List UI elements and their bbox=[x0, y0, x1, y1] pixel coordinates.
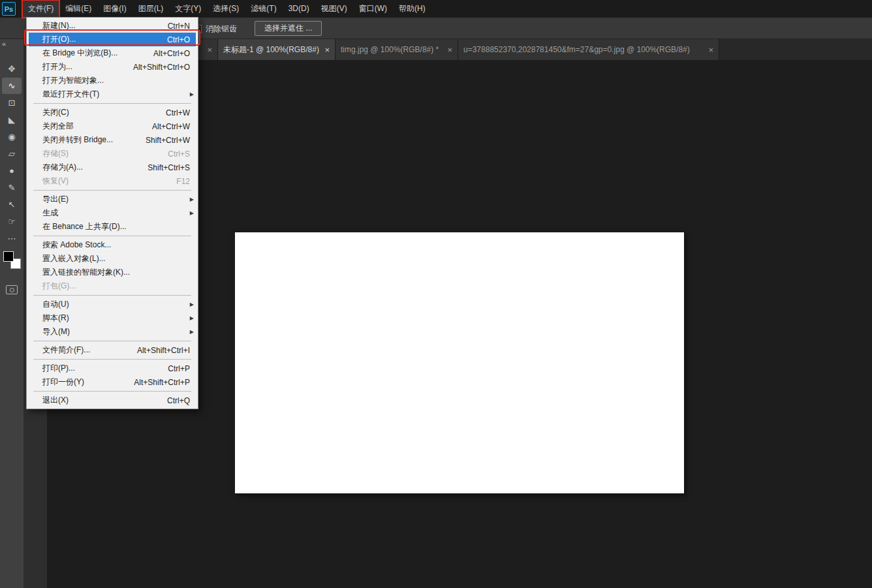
menu-item-label: 关闭并转到 Bridge... bbox=[42, 134, 113, 146]
menu-item-label: 在 Behance 上共享(D)... bbox=[42, 221, 127, 232]
submenu-arrow-icon: ▶ bbox=[187, 329, 194, 335]
file-menu-item-close-goto-bridge[interactable]: 关闭并转到 Bridge...Shift+Ctrl+W bbox=[27, 133, 198, 147]
select-and-mask-button[interactable]: 选择并遮住 ... bbox=[255, 21, 322, 36]
menu-separator bbox=[33, 391, 191, 392]
file-menu-item-share-on-behance[interactable]: 在 Behance 上共享(D)... bbox=[27, 220, 198, 234]
file-menu-item-close[interactable]: 关闭(C)Ctrl+W bbox=[27, 106, 198, 119]
document-tab-u-jpg[interactable]: u=3788852370,2028781450&fm=27&gp=0.jpg @… bbox=[458, 39, 719, 60]
more-tools[interactable]: ⋯ bbox=[2, 230, 22, 247]
menubar-item-layer[interactable]: 图层(L) bbox=[132, 0, 170, 18]
pen-tool[interactable]: ✎ bbox=[2, 179, 22, 196]
menu-item-label: 搜索 Adobe Stock... bbox=[42, 240, 111, 251]
anti-alias-option: ✓ 消除锯齿 bbox=[193, 23, 237, 35]
menubar-item-3d[interactable]: 3D(D) bbox=[283, 0, 315, 18]
menu-item-label: 置入链接的智能对象(K)... bbox=[42, 267, 130, 278]
menubar-item-type[interactable]: 文字(Y) bbox=[169, 0, 207, 18]
file-menu-item-file-info[interactable]: 文件简介(F)...Alt+Shift+Ctrl+I bbox=[27, 343, 198, 357]
canvas-document[interactable] bbox=[235, 232, 684, 493]
menubar-item-filter[interactable]: 滤镜(T) bbox=[245, 0, 282, 18]
file-menu-item-browse-in-bridge[interactable]: 在 Bridge 中浏览(B)...Alt+Ctrl+O bbox=[27, 46, 198, 60]
menu-item-shortcut: Ctrl+W bbox=[166, 108, 190, 117]
blur-tool[interactable]: ● bbox=[2, 162, 22, 179]
file-menu-item-automate[interactable]: 自动(U)▶ bbox=[27, 298, 198, 311]
crop-tool[interactable]: ⊡ bbox=[2, 95, 22, 111]
file-menu-item-exit[interactable]: 退出(X)Ctrl+Q bbox=[27, 394, 198, 407]
menu-separator bbox=[33, 359, 191, 360]
document-tab-untitled-1[interactable]: 未标题-1 @ 100%(RGB/8#) *× bbox=[218, 39, 335, 60]
eraser-tool[interactable]: ▱ bbox=[2, 146, 22, 162]
menu-item-label: 最近打开文件(T) bbox=[42, 89, 99, 100]
menu-separator bbox=[33, 236, 191, 236]
menu-separator bbox=[33, 190, 191, 191]
submenu-arrow-icon: ▶ bbox=[187, 196, 194, 202]
tab-close-icon[interactable]: × bbox=[447, 45, 452, 55]
hand-tool[interactable]: ☞ bbox=[2, 213, 22, 230]
file-menu-item-export[interactable]: 导出(E)▶ bbox=[27, 193, 198, 206]
file-menu-item-open[interactable]: 打开(O)...Ctrl+O bbox=[29, 33, 196, 46]
file-menu-item-import[interactable]: 导入(M)▶ bbox=[27, 325, 198, 339]
tab-close-icon[interactable]: × bbox=[207, 45, 212, 55]
move-tool-icon: ✥ bbox=[8, 64, 16, 74]
collapse-panels-button[interactable]: « bbox=[2, 40, 6, 48]
move-tool[interactable]: ✥ bbox=[2, 61, 22, 77]
file-menu-item-generate[interactable]: 生成▶ bbox=[27, 206, 198, 220]
menu-separator bbox=[33, 103, 191, 104]
file-menu-item-save-as[interactable]: 存储为(A)...Shift+Ctrl+S bbox=[27, 161, 198, 174]
menubar-item-select[interactable]: 选择(S) bbox=[207, 0, 245, 18]
clone-stamp-tool-icon: ◉ bbox=[8, 132, 15, 142]
tab-label: timg.jpg @ 100%(RGB/8#) * bbox=[341, 45, 443, 54]
menu-item-label: 打开(O)... bbox=[42, 34, 76, 45]
eyedropper-tool-icon: ◣ bbox=[8, 115, 15, 125]
tab-close-icon[interactable]: × bbox=[708, 45, 713, 55]
file-menu-item-place-linked[interactable]: 置入链接的智能对象(K)... bbox=[27, 266, 198, 279]
menu-item-label: 打包(G)... bbox=[42, 281, 76, 292]
path-selection-tool[interactable]: ↖ bbox=[2, 196, 22, 213]
foreground-color-swatch[interactable] bbox=[3, 251, 14, 262]
file-menu-item-print-one-copy[interactable]: 打印一份(Y)Alt+Shift+Ctrl+P bbox=[27, 375, 198, 389]
menubar-item-edit[interactable]: 编辑(E) bbox=[59, 0, 97, 18]
crop-tool-icon: ⊡ bbox=[8, 98, 16, 108]
menu-item-shortcut: Shift+Ctrl+W bbox=[146, 136, 190, 145]
blur-tool-icon: ● bbox=[9, 166, 14, 176]
menu-item-shortcut: Ctrl+O bbox=[167, 35, 190, 44]
menu-item-shortcut: Ctrl+S bbox=[168, 149, 190, 159]
menu-item-label: 打印一份(Y) bbox=[42, 377, 84, 388]
menu-item-label: 存储(S) bbox=[42, 148, 69, 159]
menu-item-label: 在 Bridge 中浏览(B)... bbox=[42, 48, 117, 59]
lasso-tool[interactable]: ∿ bbox=[2, 78, 22, 94]
file-menu-item-open-as-smart-object[interactable]: 打开为智能对象... bbox=[27, 74, 198, 87]
menu-item-shortcut: Shift+Ctrl+S bbox=[148, 163, 190, 172]
clone-stamp-tool[interactable]: ◉ bbox=[2, 129, 22, 145]
document-tab-timg[interactable]: timg.jpg @ 100%(RGB/8#) *× bbox=[335, 39, 458, 60]
path-selection-tool-icon: ↖ bbox=[8, 200, 16, 209]
file-menu-item-open-as[interactable]: 打开为...Alt+Shift+Ctrl+O bbox=[27, 60, 198, 74]
menu-item-label: 生成 bbox=[42, 208, 58, 219]
menu-item-label: 退出(X) bbox=[42, 395, 69, 406]
tab-close-icon[interactable]: × bbox=[324, 45, 330, 55]
menu-item-shortcut: Alt+Shift+Ctrl+P bbox=[134, 378, 190, 387]
file-menu-item-scripts[interactable]: 脚本(R)▶ bbox=[27, 311, 198, 325]
file-menu-item-save: 存储(S)Ctrl+S bbox=[27, 147, 198, 161]
file-menu-item-search-adobe-stock[interactable]: 搜索 Adobe Stock... bbox=[27, 238, 198, 252]
menu-item-label: 打开为... bbox=[42, 61, 72, 72]
file-menu-item-print[interactable]: 打印(P)...Ctrl+P bbox=[27, 362, 198, 375]
file-menu-item-revert: 恢复(V)F12 bbox=[27, 174, 198, 188]
color-swatches bbox=[3, 251, 21, 269]
menu-item-shortcut: Ctrl+Q bbox=[167, 396, 190, 405]
lasso-tool-icon: ∿ bbox=[8, 81, 16, 91]
file-menu-item-open-recent[interactable]: 最近打开文件(T)▶ bbox=[27, 87, 198, 101]
eyedropper-tool[interactable]: ◣ bbox=[2, 112, 22, 128]
menu-item-shortcut: Alt+Shift+Ctrl+O bbox=[133, 63, 190, 72]
file-menu-item-package: 打包(G)... bbox=[27, 279, 198, 293]
quick-mask-button[interactable] bbox=[6, 285, 18, 294]
menubar-item-window[interactable]: 窗口(W) bbox=[353, 0, 393, 18]
menubar-item-view[interactable]: 视图(V) bbox=[315, 0, 353, 18]
file-menu-item-new[interactable]: 新建(N)...Ctrl+N bbox=[27, 19, 198, 33]
menubar-item-file[interactable]: 文件(F) bbox=[22, 0, 59, 18]
menubar-item-help[interactable]: 帮助(H) bbox=[393, 0, 431, 18]
file-menu-item-place-embedded[interactable]: 置入嵌入对象(L)... bbox=[27, 252, 198, 266]
file-menu-item-close-all[interactable]: 关闭全部Alt+Ctrl+W bbox=[27, 119, 198, 133]
tab-label: u=3788852370,2028781450&fm=27&gp=0.jpg @… bbox=[463, 45, 704, 54]
menubar-item-image[interactable]: 图像(I) bbox=[97, 0, 132, 18]
menu-item-shortcut: Ctrl+N bbox=[168, 22, 190, 31]
